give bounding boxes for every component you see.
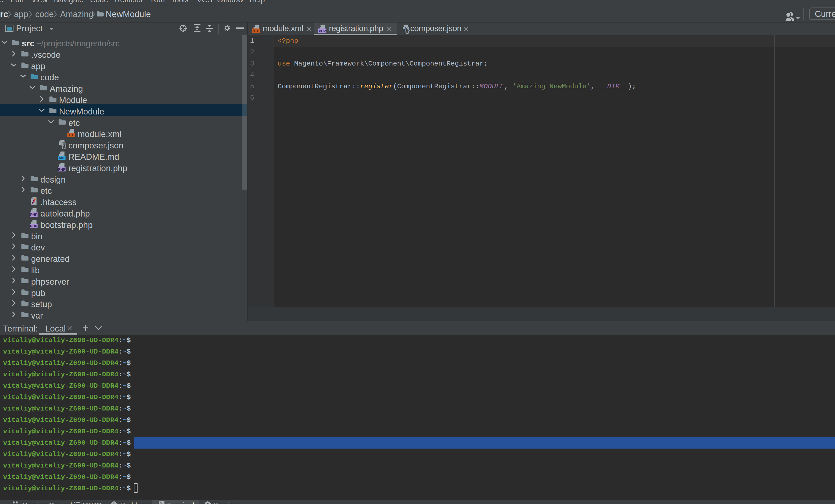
svg-text:PHP: PHP [30,213,38,217]
svg-text:PHP: PHP [30,224,38,228]
svg-text:PHP: PHP [58,167,65,172]
svg-text:MD: MD [59,156,64,160]
svg-text:PHP: PHP [319,29,326,33]
